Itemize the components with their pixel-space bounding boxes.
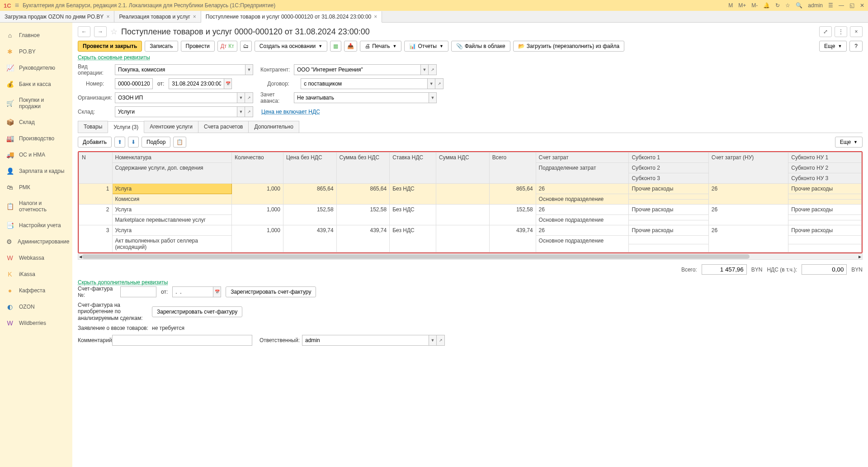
help-button[interactable]: ? (849, 41, 863, 52)
col-content[interactable]: Содержание услуги, доп. сведения (112, 163, 232, 184)
calendar-icon[interactable]: 📅 (213, 286, 221, 297)
partner-input[interactable] (294, 64, 420, 75)
invoice-date-input[interactable] (172, 286, 213, 297)
register-invoice-button[interactable]: Зарегистрировать счет-фактуру (226, 286, 316, 297)
sidebar-item-банк-и-касса[interactable]: 💰Банк и касса (0, 76, 72, 92)
col-sub2[interactable]: Субконто 2 (629, 163, 708, 173)
doc-tab[interactable]: Дополнительно (248, 121, 299, 133)
col-nomen[interactable]: Номенклатура (112, 152, 232, 163)
col-costaccnu[interactable]: Счет затрат (НУ) (708, 152, 788, 184)
write-button[interactable]: Записать (145, 41, 178, 52)
sidebar-item-администрирование[interactable]: ⚙Администрирование (0, 234, 72, 250)
post-close-button[interactable]: Провести и закрыть (78, 41, 142, 52)
number-input[interactable] (115, 78, 153, 89)
search-icon[interactable]: 🔍 (796, 2, 802, 9)
forward-button[interactable]: → (94, 26, 107, 37)
calendar-icon[interactable]: 📅 (224, 78, 232, 89)
dropdown-icon[interactable]: ▼ (427, 78, 435, 89)
close-icon[interactable]: × (374, 14, 377, 20)
col-qty[interactable]: Количество (232, 152, 283, 184)
close-window-icon[interactable]: ✕ (860, 2, 864, 9)
sidebar-item-зарплата-и-кадры[interactable]: 👤Зарплата и кадры (0, 163, 72, 179)
contract-input[interactable] (301, 78, 427, 89)
col-dept[interactable]: Подразделение затрат (536, 163, 629, 184)
sidebar-item-ос-и-нма[interactable]: 🚚ОС и НМА (0, 147, 72, 163)
table-row[interactable]: 2 Услуга 1,000 152,58 152,58 Без НДС 152… (79, 205, 862, 215)
reload-button[interactable]: 📂 Загрузить (перезаполнить) из файла (513, 41, 624, 52)
dt-kt-icon[interactable]: ДтКт (217, 41, 237, 52)
history-icon[interactable]: ↻ (775, 2, 780, 9)
menu-icon[interactable]: ≡ (15, 1, 19, 10)
col-vatsum[interactable]: Сумма НДС (436, 152, 490, 184)
sidebar-item-главное[interactable]: ⌂Главное (0, 27, 72, 43)
select-button[interactable]: Подбор (142, 137, 170, 148)
sidebar-item-ozon[interactable]: ◐OZON (0, 299, 72, 315)
add-button[interactable]: Добавить (78, 137, 112, 148)
sidebar-item-рмк[interactable]: 🛍РМК (0, 179, 72, 195)
memory-mminus[interactable]: M- (751, 2, 758, 9)
org-input[interactable] (115, 92, 237, 103)
expand-icon[interactable]: ⤢ (819, 26, 832, 37)
sidebar-item-производство[interactable]: 🏭Производство (0, 130, 72, 147)
close-page-icon[interactable]: × (850, 26, 863, 37)
sidebar-item-налоги-и-отчетность[interactable]: 📋Налоги и отчетность (0, 195, 72, 217)
open-icon[interactable]: ↗ (437, 335, 445, 346)
col-subnu2[interactable]: Субконто НУ 2 (788, 163, 862, 173)
bell-icon[interactable]: 🔔 (763, 2, 770, 9)
close-icon[interactable]: × (193, 14, 196, 20)
op-type-input[interactable] (115, 64, 245, 75)
dropdown-icon[interactable]: ▼ (420, 64, 429, 75)
advance-input[interactable] (294, 92, 429, 103)
sidebar-item-настройки-учета[interactable]: 📑Настройки учета (0, 217, 72, 234)
hide-main-link[interactable]: Скрыть основные реквизиты (78, 54, 150, 61)
excel-icon[interactable]: ▦ (330, 41, 341, 52)
register-invoice2-button[interactable]: Зарегистрировать счет-фактуру (152, 306, 242, 317)
price-vat-link[interactable]: Цена не включает НДС (261, 109, 320, 115)
table-row[interactable]: 3 Услуга 1,000 439,74 439,74 Без НДС 439… (79, 225, 862, 236)
sidebar-item-каффеста[interactable]: ●Каффеста (0, 282, 72, 299)
dropdown-icon[interactable]: ▼ (237, 106, 245, 117)
move-down-icon[interactable]: ⬇ (128, 137, 139, 148)
tab-receipt-doc[interactable]: Поступление товаров и услуг 0000-000120 … (201, 11, 382, 23)
col-subnu3[interactable]: Субконто НУ 3 (788, 173, 862, 184)
star-icon[interactable]: ☆ (785, 2, 790, 9)
sidebar-item-webkassa[interactable]: WWebkassa (0, 250, 72, 266)
back-button[interactable]: ← (78, 26, 90, 37)
dropdown-icon[interactable]: ▼ (245, 64, 253, 75)
col-price[interactable]: Цена без НДС (283, 152, 336, 184)
favorite-star-icon[interactable]: ☆ (110, 27, 118, 37)
settings-icon[interactable]: ☰ (828, 2, 833, 9)
horizontal-scrollbar[interactable]: ◂ ▸ (78, 253, 863, 260)
doc-tab[interactable]: Счета расчетов (198, 121, 249, 133)
dropdown-icon[interactable]: ▼ (237, 92, 245, 103)
doc-tab[interactable]: Товары (78, 121, 108, 133)
resp-input[interactable] (302, 335, 429, 346)
scroll-right-icon[interactable]: ▸ (859, 253, 861, 260)
maximize-icon[interactable]: ◱ (849, 2, 854, 9)
post-button[interactable]: Провести (181, 41, 215, 52)
table-more-button[interactable]: Еще▼ (835, 137, 863, 148)
dropdown-icon[interactable]: ▼ (429, 335, 437, 346)
hide-add-link[interactable]: Скрыть дополнительные реквизиты (78, 279, 168, 286)
col-n[interactable]: N (79, 152, 113, 184)
col-costacc[interactable]: Счет затрат (536, 152, 629, 163)
comment-input[interactable] (112, 335, 252, 346)
files-button[interactable]: 📎 Файлы в облаке (451, 41, 510, 52)
print-button[interactable]: 🖨 Печать▼ (360, 41, 401, 52)
paste-icon[interactable]: 📋 (173, 137, 186, 148)
memory-mplus[interactable]: M+ (738, 2, 746, 9)
col-subnu1[interactable]: Субконто НУ 1 (788, 152, 862, 163)
wh-input[interactable] (115, 106, 237, 117)
table-row[interactable]: 1 Услуга 1,000 865,64 865,64 Без НДС 865… (79, 184, 862, 194)
structure-icon[interactable]: 🗂 (240, 41, 252, 52)
open-icon[interactable]: ↗ (245, 92, 253, 103)
date-input[interactable] (169, 78, 224, 89)
more-button[interactable]: Еще▼ (819, 41, 847, 52)
sidebar-item-склад[interactable]: 📦Склад (0, 114, 72, 130)
dropdown-icon[interactable]: ▼ (429, 92, 437, 103)
sidebar-item-покупки-и-продажи[interactable]: 🛒Покупки и продажи (0, 92, 72, 114)
col-total[interactable]: Всего (489, 152, 536, 184)
create-based-button[interactable]: Создать на основании▼ (255, 41, 327, 52)
sidebar-item-ikassa[interactable]: KiKassa (0, 266, 72, 282)
move-up-icon[interactable]: ⬆ (114, 137, 125, 148)
